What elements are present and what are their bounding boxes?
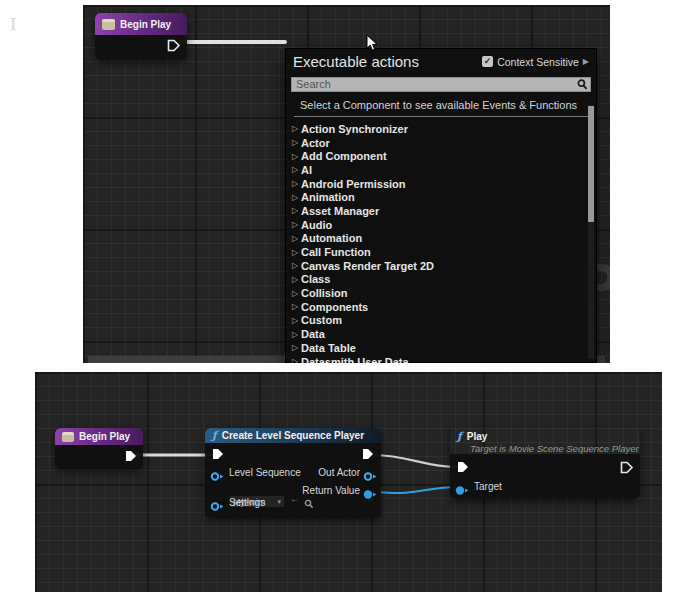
expand-triangle-icon[interactable]: ▷ — [292, 220, 301, 229]
submenu-arrow-icon[interactable]: ▶ — [583, 57, 589, 66]
category-item[interactable]: ▷ Class — [292, 273, 596, 287]
category-item[interactable]: ▷ Components — [292, 300, 596, 314]
expand-triangle-icon[interactable]: ▷ — [292, 124, 301, 133]
out-actor-pin[interactable] — [363, 468, 378, 486]
expand-triangle-icon[interactable]: ▷ — [292, 152, 301, 161]
bottom-graph-panel: Begin Play ƒ Create Level Sequence Playe… — [35, 372, 662, 592]
executable-actions-menu: Executable actions ✓ Context Sensitive ▶… — [285, 48, 597, 363]
node-header[interactable]: ƒ Play Target is Movie Scene Sequence Pl… — [450, 427, 640, 454]
exec-out-pin[interactable] — [619, 460, 634, 479]
menu-scrollbar-track[interactable] — [588, 105, 594, 359]
use-selected-asset-icon[interactable]: ← — [290, 493, 300, 504]
expand-triangle-icon[interactable]: ▷ — [292, 193, 301, 202]
settings-label: Settings — [229, 497, 265, 508]
category-item[interactable]: ▷ Datasmith User Data — [292, 355, 596, 363]
chevron-down-icon: ▾ — [277, 498, 281, 506]
category-item[interactable]: ▷ Audio — [292, 218, 596, 232]
level-sequence-pin[interactable] — [210, 468, 225, 486]
category-item[interactable]: ▷ Android Permission — [292, 177, 596, 191]
out-actor-label: Out Actor — [318, 467, 360, 478]
settings-pin[interactable] — [210, 498, 225, 516]
category-item[interactable]: ▷ Canvas Render Target 2D — [292, 259, 596, 273]
target-pin[interactable] — [455, 482, 470, 500]
category-label: Android Permission — [301, 178, 406, 190]
expand-triangle-icon[interactable]: ▷ — [292, 357, 301, 363]
exec-out-pin[interactable] — [361, 447, 375, 465]
category-label: Custom — [301, 314, 342, 326]
node-header[interactable]: Begin Play — [55, 428, 143, 445]
function-icon: ƒ — [212, 429, 217, 442]
exec-in-pin[interactable] — [211, 447, 225, 465]
category-label: Datasmith User Data — [301, 356, 409, 363]
category-item[interactable]: ▷ Data — [292, 327, 596, 341]
category-label: Class — [301, 273, 330, 285]
event-icon — [62, 432, 74, 442]
context-sensitive-toggle[interactable]: ✓ Context Sensitive ▶ — [482, 56, 589, 68]
expand-triangle-icon[interactable]: ▷ — [292, 261, 301, 270]
exec-out-pin[interactable] — [124, 449, 138, 467]
mouse-cursor-icon — [366, 34, 379, 57]
category-label: Audio — [301, 219, 332, 231]
top-graph-panel: Pl Begin Play — [83, 5, 610, 363]
category-item[interactable]: ▷ Data Table — [292, 341, 596, 355]
category-label: Data Table — [301, 342, 356, 354]
begin-play-node[interactable]: Begin Play — [55, 428, 143, 469]
expand-triangle-icon[interactable]: ▷ — [292, 138, 301, 147]
browse-asset-icon[interactable] — [304, 495, 314, 513]
begin-play-node[interactable]: Begin Play — [95, 13, 187, 60]
level-sequence-label: Level Sequence — [229, 467, 301, 478]
expand-triangle-icon[interactable]: ▷ — [292, 316, 301, 325]
category-item[interactable]: ▷ Asset Manager — [292, 204, 596, 218]
category-item[interactable]: ▷ Automation — [292, 232, 596, 246]
exec-out-pin[interactable] — [166, 38, 181, 57]
node-title: Create Level Sequence Player — [222, 430, 364, 441]
menu-separator — [294, 116, 588, 117]
return-value-pin[interactable] — [363, 486, 378, 504]
component-hint-text: Select a Component to see available Even… — [286, 95, 596, 115]
context-sensitive-label: Context Sensitive — [497, 56, 579, 68]
category-label: Asset Manager — [301, 205, 379, 217]
category-item[interactable]: ▷ Actor — [292, 136, 596, 150]
return-value-label: Return Value — [302, 485, 360, 496]
menu-scrollbar-thumb[interactable] — [588, 106, 594, 222]
create-level-sequence-player-node[interactable]: ƒ Create Level Sequence Player — [205, 428, 381, 518]
node-header[interactable]: ƒ Create Level Sequence Player — [205, 428, 381, 443]
target-label: Target — [474, 481, 502, 492]
function-icon: ƒ — [457, 430, 462, 443]
category-item[interactable]: ▷ Animation — [292, 190, 596, 204]
category-item[interactable]: ▷ Action Synchronizer — [292, 122, 596, 136]
expand-triangle-icon[interactable]: ▷ — [292, 330, 301, 339]
expand-triangle-icon[interactable]: ▷ — [292, 179, 301, 188]
checkbox-checked-icon[interactable]: ✓ — [482, 56, 493, 67]
wire-exec-create-to-play — [374, 455, 457, 467]
category-item[interactable]: ▷ Add Component — [292, 149, 596, 163]
category-label: Automation — [301, 232, 362, 244]
category-label: Canvas Render Target 2D — [301, 260, 434, 272]
category-label: Action Synchronizer — [301, 123, 408, 135]
play-node[interactable]: ƒ Play Target is Movie Scene Sequence Pl… — [450, 427, 640, 499]
category-label: Animation — [301, 191, 355, 203]
node-header[interactable]: Begin Play — [95, 13, 187, 35]
expand-triangle-icon[interactable]: ▷ — [292, 165, 301, 174]
expand-triangle-icon[interactable]: ▷ — [292, 248, 301, 257]
page-canvas: I Pl Begin Play — [0, 0, 686, 598]
expand-triangle-icon[interactable]: ▷ — [292, 343, 301, 352]
expand-triangle-icon[interactable]: ▷ — [292, 289, 301, 298]
ibeam-cursor: I — [10, 15, 16, 34]
category-item[interactable]: ▷ Collision — [292, 286, 596, 300]
search-input[interactable] — [291, 77, 591, 92]
node-title: Play — [467, 431, 488, 442]
category-list: ▷ Action Synchronizer ▷ Actor ▷ Add Comp… — [286, 120, 596, 363]
expand-triangle-icon[interactable]: ▷ — [292, 206, 301, 215]
category-label: AI — [301, 164, 312, 176]
expand-triangle-icon[interactable]: ▷ — [292, 234, 301, 243]
event-icon — [102, 19, 115, 30]
exec-in-pin[interactable] — [456, 460, 470, 478]
category-item[interactable]: ▷ AI — [292, 163, 596, 177]
expand-triangle-icon[interactable]: ▷ — [292, 275, 301, 284]
category-item[interactable]: ▷ Call Function — [292, 245, 596, 259]
category-label: Actor — [301, 137, 330, 149]
category-label: Collision — [301, 287, 347, 299]
category-item[interactable]: ▷ Custom — [292, 314, 596, 328]
expand-triangle-icon[interactable]: ▷ — [292, 302, 301, 311]
